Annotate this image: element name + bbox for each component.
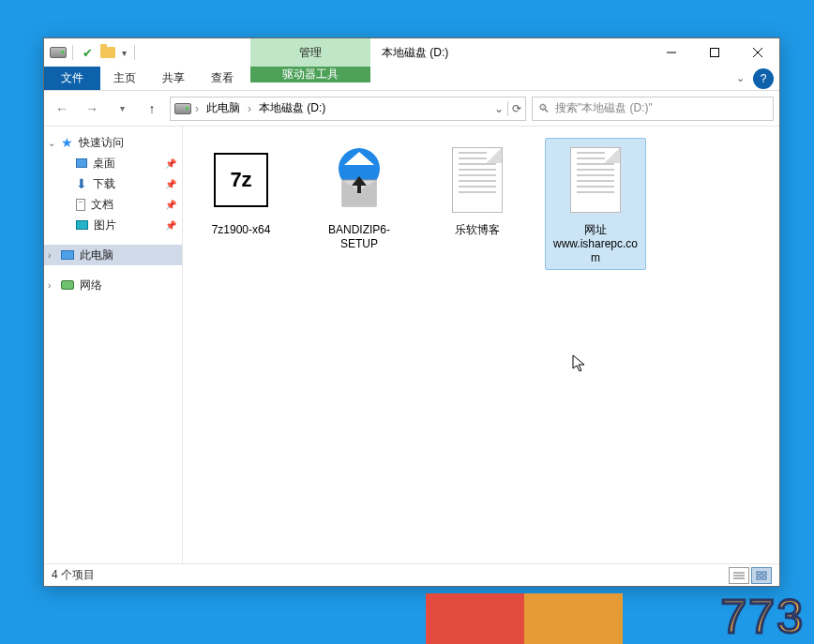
ribbon-context-group: 管理 bbox=[250, 38, 370, 67]
overlay-block-red bbox=[426, 593, 524, 644]
maximize-icon bbox=[710, 48, 719, 57]
qat-properties-icon[interactable]: ✔ bbox=[79, 44, 96, 61]
tree-item-downloads[interactable]: ⬇ 下载 📌 bbox=[44, 173, 182, 194]
sevenzip-icon: 7z bbox=[214, 153, 268, 207]
tab-share[interactable]: 共享 bbox=[149, 67, 198, 90]
qat-dropdown-icon[interactable]: ▾ bbox=[120, 48, 128, 58]
ribbon-expand-icon[interactable]: ⌄ bbox=[727, 67, 753, 90]
file-label: 乐软博客 bbox=[455, 223, 500, 237]
tree-item-documents[interactable]: 文档 📌 bbox=[44, 194, 182, 215]
network-icon bbox=[61, 280, 74, 290]
search-box[interactable]: 🔍︎ 搜索"本地磁盘 (D:)" bbox=[532, 97, 774, 121]
tab-file[interactable]: 文件 bbox=[44, 67, 100, 90]
back-button[interactable]: ← bbox=[50, 97, 74, 121]
tree-label: 此电脑 bbox=[80, 247, 113, 263]
svg-rect-6 bbox=[357, 184, 361, 193]
status-text: 4 个项目 bbox=[52, 567, 95, 583]
svg-rect-1 bbox=[711, 49, 719, 57]
expand-icon[interactable]: › bbox=[48, 250, 51, 261]
navigation-row: ← → ▾ ↑ › 此电脑 › 本地磁盘 (D:) ⌄ ⟳ 🔍︎ 搜索"本地磁盘… bbox=[44, 91, 779, 127]
recent-locations-button[interactable]: ▾ bbox=[110, 97, 134, 121]
address-segment-drive[interactable]: 本地磁盘 (D:) bbox=[255, 100, 329, 116]
svg-rect-12 bbox=[757, 577, 761, 579]
file-item[interactable]: 网址www.isharepc.com bbox=[545, 138, 646, 270]
qat-folder-icon[interactable] bbox=[99, 44, 116, 61]
pc-icon bbox=[61, 250, 74, 260]
download-icon: ⬇ bbox=[76, 176, 87, 191]
close-button[interactable] bbox=[736, 38, 779, 67]
pin-icon: 📌 bbox=[165, 158, 176, 169]
tab-view[interactable]: 查看 bbox=[198, 67, 247, 90]
minimize-icon bbox=[667, 48, 676, 57]
tree-label: 文档 bbox=[91, 197, 113, 213]
file-item[interactable]: 7z 7z1900-x64 bbox=[190, 138, 292, 270]
tree-quick-access[interactable]: ⌄ ★ 快速访问 bbox=[44, 132, 182, 153]
file-icon bbox=[558, 142, 633, 217]
status-bar: 4 个项目 bbox=[44, 563, 779, 586]
tree-item-pictures[interactable]: 图片 📌 bbox=[44, 215, 182, 235]
pictures-icon bbox=[76, 220, 88, 230]
address-drive-icon bbox=[174, 100, 191, 117]
address-segment-pc[interactable]: 此电脑 bbox=[203, 100, 244, 116]
navigation-pane: ⌄ ★ 快速访问 桌面 📌 ⬇ 下载 📌 文档 📌 图片 bbox=[44, 127, 183, 563]
details-view-icon bbox=[733, 571, 745, 580]
tree-label: 快速访问 bbox=[79, 135, 124, 151]
content-area[interactable]: 7z 7z1900-x64 BANDIZIP6-SETUP bbox=[183, 127, 779, 563]
qat-separator bbox=[72, 45, 73, 60]
icons-view-button[interactable] bbox=[751, 567, 772, 584]
expand-icon[interactable]: › bbox=[48, 280, 51, 291]
svg-rect-10 bbox=[757, 572, 761, 575]
address-separator: › bbox=[248, 102, 251, 115]
pin-icon: 📌 bbox=[165, 179, 176, 189]
details-view-button[interactable] bbox=[729, 567, 749, 584]
icons-view-icon bbox=[756, 571, 767, 580]
quick-access-toolbar: ✔ ▾ bbox=[44, 44, 137, 61]
taskbar-overlay bbox=[426, 593, 623, 644]
tree-label: 下载 bbox=[93, 176, 115, 192]
file-icon: 7z bbox=[204, 142, 279, 217]
file-item[interactable]: BANDIZIP6-SETUP bbox=[309, 138, 410, 270]
view-mode-switch bbox=[729, 567, 772, 584]
up-button[interactable]: ↑ bbox=[140, 97, 164, 121]
file-icon bbox=[322, 142, 397, 217]
address-separator: › bbox=[195, 102, 199, 115]
file-icon bbox=[440, 142, 515, 217]
overlay-block-orange bbox=[524, 593, 623, 644]
tab-home[interactable]: 主页 bbox=[100, 67, 149, 90]
help-button[interactable]: ? bbox=[753, 68, 774, 89]
address-bar[interactable]: › 此电脑 › 本地磁盘 (D:) ⌄ ⟳ bbox=[170, 97, 526, 121]
title-bar: ✔ ▾ 管理 本地磁盘 (D:) bbox=[44, 38, 779, 67]
file-label: BANDIZIP6-SETUP bbox=[313, 223, 405, 251]
refresh-button[interactable]: ⟳ bbox=[512, 102, 521, 115]
document-icon bbox=[76, 199, 85, 211]
file-item[interactable]: 乐软博客 bbox=[427, 138, 528, 270]
close-icon bbox=[753, 48, 762, 57]
tree-network[interactable]: › 网络 bbox=[44, 275, 182, 295]
page-icon bbox=[452, 147, 503, 213]
drive-icon bbox=[50, 44, 67, 61]
expand-icon[interactable]: ⌄ bbox=[48, 138, 55, 148]
tree-label: 图片 bbox=[94, 217, 116, 233]
star-icon: ★ bbox=[61, 135, 73, 150]
forward-button[interactable]: → bbox=[80, 97, 104, 121]
tab-drive-tools[interactable]: 驱动器工具 bbox=[250, 67, 370, 82]
search-icon: 🔍︎ bbox=[538, 102, 550, 115]
desktop-icon bbox=[76, 158, 87, 168]
window-title: 本地磁盘 (D:) bbox=[382, 38, 448, 67]
svg-rect-11 bbox=[762, 572, 766, 575]
overlay-number: 773 bbox=[721, 590, 805, 644]
maximize-button[interactable] bbox=[693, 38, 736, 67]
pin-icon: 📌 bbox=[165, 220, 176, 231]
explorer-window: ✔ ▾ 管理 本地磁盘 (D:) 文件 主页 共享 查看 驱动器工具 ⌄ ? bbox=[43, 37, 780, 587]
page-icon bbox=[570, 147, 621, 213]
address-dropdown-icon[interactable]: ⌄ bbox=[494, 102, 504, 115]
minimize-button[interactable] bbox=[650, 38, 693, 67]
file-label: 网址www.isharepc.com bbox=[550, 223, 641, 265]
body: ⌄ ★ 快速访问 桌面 📌 ⬇ 下载 📌 文档 📌 图片 bbox=[44, 127, 779, 563]
qat-separator-2 bbox=[134, 45, 135, 60]
tree-label: 网络 bbox=[80, 277, 102, 293]
address-right-controls: ⌄ ⟳ bbox=[494, 101, 521, 116]
tree-item-desktop[interactable]: 桌面 📌 bbox=[44, 153, 182, 173]
tree-this-pc[interactable]: › 此电脑 bbox=[44, 245, 182, 265]
svg-rect-13 bbox=[762, 577, 766, 579]
